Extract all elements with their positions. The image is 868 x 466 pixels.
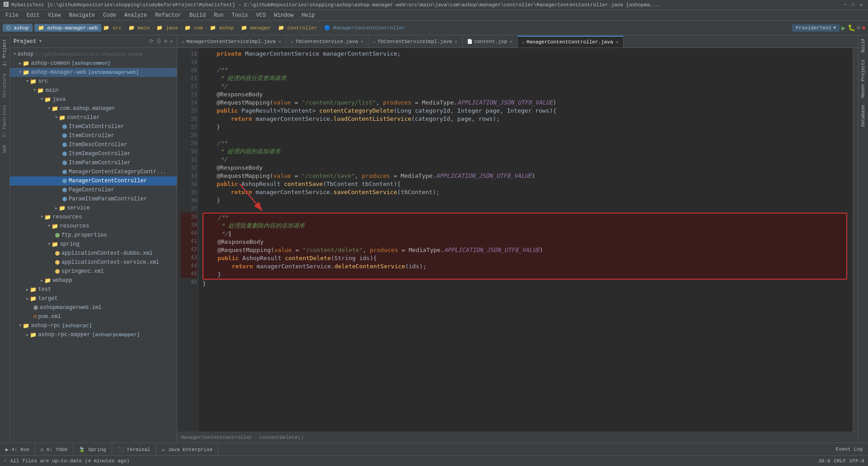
menu-file[interactable]: File (2, 11, 22, 19)
left-panel-web[interactable]: Web (1, 141, 9, 157)
tab-close-icon[interactable]: ✕ (361, 39, 363, 44)
tree-item-pom[interactable]: m pom.xml (10, 312, 177, 321)
tree-label: ItemDescController (69, 142, 127, 148)
bottom-tab-run[interactable]: ▶ 4: Run (0, 443, 35, 455)
tab-contentjsp[interactable]: 📄 content.jsp ✕ (462, 36, 518, 48)
tab-tbcontentserviceimpl[interactable]: ☕ TbContentServiceImpl.java ✕ (368, 36, 462, 48)
left-panel-project[interactable]: 1: Project (1, 35, 9, 70)
tree-item-iml[interactable]: ashopmanagerweb.iml (10, 303, 177, 312)
tree-item-itemparam[interactable]: ItemParamController (10, 158, 177, 167)
bottom-tab-todo[interactable]: ☑ 6: TODO (35, 443, 73, 455)
tree-item-managercontent[interactable]: ManagerContentController (10, 176, 177, 185)
menu-analyze[interactable]: Analyze (121, 11, 151, 19)
tree-item-ashoprpcmapper[interactable]: ▶ 📁 ashop-rpc-mapper [ashoprpcmapper] (10, 330, 177, 339)
right-panel-maven[interactable]: Maven Projects (859, 56, 867, 101)
event-log-btn[interactable]: Event Log (830, 443, 868, 455)
right-panel-database[interactable]: Database (859, 101, 867, 130)
tree-item-resources-inner[interactable]: ▼ 📁 resources (10, 222, 177, 231)
arrow-icon: ▼ (26, 79, 28, 84)
toolbar-btn2[interactable]: ■ (862, 25, 865, 31)
toolbar-ashop-btn[interactable]: ⬡ ashop (3, 24, 33, 32)
tree-label: ashop (17, 51, 33, 57)
code-content[interactable]: private ManagerContentService managerCon… (199, 48, 853, 432)
bottom-tabs-bar: ▶ 4: Run ☑ 6: TODO 🍃 Spring ⬛ Terminal ☕… (0, 442, 868, 455)
sidebar-icon-sync[interactable]: ⟳ (149, 38, 154, 45)
tree-item-main[interactable]: ▼ 📁 main (10, 86, 177, 95)
tab-close-icon[interactable]: ✕ (616, 39, 618, 45)
close-button[interactable]: ✕ (858, 2, 864, 8)
tree-label: resources (60, 223, 89, 229)
bottom-tab-terminal[interactable]: ⬛ Terminal (112, 443, 156, 455)
menu-code[interactable]: Code (99, 11, 120, 19)
folder-src: 📁 src (103, 25, 121, 31)
left-panel-structure[interactable]: Structure (1, 70, 9, 101)
tree-item-resources-outer[interactable]: ▼ 📁 resources (10, 213, 177, 222)
menu-build[interactable]: Build (186, 11, 209, 19)
tree-item-spring[interactable]: ▼ 📁 spring (10, 240, 177, 249)
menu-edit[interactable]: Edit (23, 11, 43, 19)
menu-refactor[interactable]: Refactor (151, 11, 185, 19)
menu-view[interactable]: View (44, 11, 65, 19)
tree-label: ItemImageController (69, 151, 131, 157)
bottom-tab-spring[interactable]: 🍃 Spring (73, 443, 112, 455)
tree-item-service-xml[interactable]: applicationContext-service.xml (10, 258, 177, 267)
sidebar-icon-close[interactable]: ✕ (170, 38, 173, 45)
toolbar-btn1[interactable]: ⚙ (857, 24, 860, 31)
tree-item-ashop[interactable]: ▼ ashop C:\githubRepositories\shopping\a… (10, 50, 177, 59)
tree-item-paramitem[interactable]: ParamItemParamController (10, 195, 177, 204)
tree-item-dubbo-xml[interactable]: applicationContext-dubbo.xml (10, 249, 177, 258)
tree-item-ashoprpc[interactable]: ▼ 📁 ashop-rpc [ashoprpc] (10, 321, 177, 330)
tree-item-target[interactable]: ▶ 📁 target (10, 294, 177, 303)
tree-item-ashopmanagerweb[interactable]: ▼ 📁 ashop-manager-web [ashopmanagerweb] (10, 68, 177, 77)
arrow-icon: ▼ (55, 115, 57, 120)
minimize-button[interactable]: ─ (842, 2, 848, 8)
tree-item-controller[interactable]: ▼ 📁 controller (10, 113, 177, 122)
folder-icon: 📁 (30, 295, 37, 302)
sidebar-icon-settings[interactable]: ☰ (156, 38, 161, 45)
menu-tools[interactable]: Tools (228, 11, 252, 19)
tree-label: java (52, 96, 66, 103)
tree-item-service[interactable]: ▶ 📁 service (10, 204, 177, 213)
tree-item-itemdesc[interactable]: ItemDescController (10, 140, 177, 149)
tree-item-managercategory[interactable]: ManagerContentCategoryContr... (10, 167, 177, 176)
tab-managercontentcontroller[interactable]: ☕ ManagerContentController.java ✕ (518, 36, 624, 48)
right-sidebar: Build Maven Projects Database (858, 35, 868, 442)
tree-label: ItemParamController (69, 160, 131, 166)
left-panel-favorites[interactable]: 2: Favorites (1, 101, 9, 141)
run-dropdown[interactable]: ProviderTest ▼ (792, 24, 840, 32)
toolbar-managerweb-btn[interactable]: 📁 ashop-manager-web (34, 24, 102, 32)
folder-icon: 📁 (44, 96, 51, 103)
restore-button[interactable]: □ (850, 2, 856, 8)
tree-item-test[interactable]: ▶ 📁 test (10, 285, 177, 294)
tree-item-ashopcommon[interactable]: ▶ 📁 ashop-common [ashopcommon] (10, 59, 177, 68)
tree-item-webapp[interactable]: ▶ 📁 webapp (10, 276, 177, 285)
folder-main: 📁 main (128, 25, 150, 31)
bottom-tab-javaee[interactable]: ☕ Java Enterprise (156, 443, 218, 455)
menu-window[interactable]: Window (270, 11, 297, 19)
tree-item-page[interactable]: PageController (10, 185, 177, 195)
tab-close-icon[interactable]: ✕ (510, 39, 513, 44)
menu-vcs[interactable]: VCS (253, 11, 270, 19)
tab-close-icon[interactable]: ✕ (278, 39, 281, 44)
scrollbar[interactable] (853, 48, 858, 432)
tb-sep7: › (319, 25, 322, 31)
debug-btn[interactable]: 🐛 (848, 24, 855, 32)
tree-item-itemimage[interactable]: ItemImageController (10, 149, 177, 158)
tree-item-java[interactable]: ▼ 📁 java (10, 95, 177, 104)
tree-item-src[interactable]: ▼ 📁 src (10, 77, 177, 86)
menu-run[interactable]: Run (210, 11, 227, 19)
right-panel-build[interactable]: Build (859, 35, 867, 56)
tree-item-itemcat[interactable]: ItemCatController (10, 122, 177, 131)
tree-item-springmvc-xml[interactable]: springmvc.xml (10, 267, 177, 276)
sidebar-icon-gear[interactable]: ⚙ (164, 38, 167, 45)
tree-item-ftp[interactable]: ftp.properties (10, 231, 177, 240)
menu-navigate[interactable]: Navigate (65, 11, 99, 19)
run-btn[interactable]: ▶ (841, 24, 846, 33)
tab-close-icon[interactable]: ✕ (455, 39, 458, 44)
tree-label: springmvc.xml (61, 268, 104, 275)
tab-tbcontentservice[interactable]: ☕ TbContentService.java ✕ (286, 36, 368, 48)
tree-item-comashop[interactable]: ▼ 📁 com.ashop.manager (10, 104, 177, 113)
tab-managercontent-serviceimpl[interactable]: ☕ ManagerContentServiceImpl.java ✕ (177, 36, 286, 48)
menu-help[interactable]: Help (298, 11, 318, 19)
tree-item-item[interactable]: ItemController (10, 131, 177, 140)
